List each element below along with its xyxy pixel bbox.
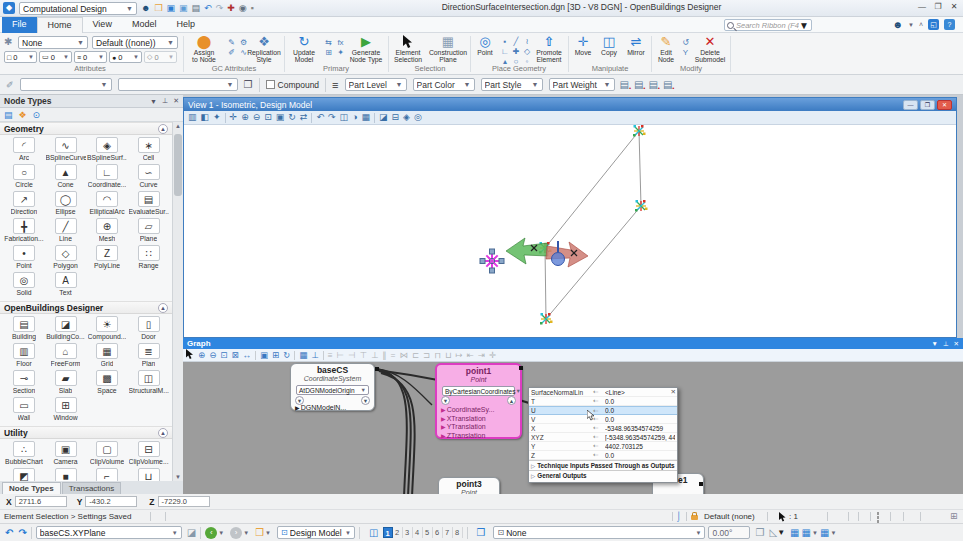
view-toggle-7[interactable]: 7 [443,527,453,538]
node-type-camera[interactable]: ▣Camera [46,441,86,466]
frame-add-icon[interactable]: ⊞ [272,350,279,360]
style-lock-icon[interactable]: ▤• [648,79,657,90]
save-icon[interactable]: ▣ [167,1,176,15]
redo-icon[interactable]: ↷ [18,527,26,538]
section-header-utility[interactable]: Utility▲ [0,426,172,439]
view-toggle-8[interactable]: 8 [453,527,463,538]
node-type-cell[interactable]: ∗Cell [129,137,169,162]
node-input[interactable]: ▶CoordinateSy... [437,406,520,415]
curve-mini-icon[interactable]: ≀ [522,37,532,46]
property-row-surfacenormallin[interactable]: SurfaceNormalLin⇠<Line> [529,388,677,397]
output-port[interactable] [375,367,379,371]
edit-node-button[interactable]: ✎ Edit Node [654,35,678,64]
node-input[interactable]: ▶XTranslation [437,415,520,424]
construction-plane-button[interactable]: ▦ Construction Plane [428,35,468,64]
move-button[interactable]: ✛ Move [571,35,595,64]
grid-icon[interactable]: ⊞ [323,48,334,57]
tab-view[interactable]: View [83,17,122,33]
saved-view-icon[interactable]: ◎ [414,111,422,124]
node-type-building[interactable]: ▤Building [4,316,44,341]
view-toggle-4[interactable]: 4 [413,527,423,538]
clip-volume-icon[interactable]: ◪ [379,111,388,124]
view-next-icon[interactable]: ↷ [328,111,336,124]
lock-icon[interactable]: ◉ [239,1,247,15]
view-maximize-button[interactable]: ❐ [920,100,935,110]
pin-icon[interactable]: ⊥ [162,97,168,105]
node-type-range[interactable]: ∷Range [129,245,169,270]
node-type-polyline[interactable]: ZPolyLine [87,245,127,270]
point-button[interactable]: ◎ Point [472,35,498,64]
generate-node-type-button[interactable]: ▶ Generate Node Type [347,35,385,64]
node-type-unlabeled[interactable]: ⊔ [129,468,169,481]
view-minimize-button[interactable]: — [903,100,918,110]
close-button[interactable]: ✕ [947,1,961,13]
zoom-in-icon[interactable]: ⊕ [198,350,205,360]
node-type-floor[interactable]: ▥Floor [4,343,44,368]
view-title-bar[interactable]: View 1 - Isometric, Design Model — ❐ ✕ [184,98,956,111]
scroll-down-icon[interactable]: ▼ [173,474,183,480]
tab-model[interactable]: Model [122,17,167,33]
forward-button[interactable]: ›▼ [230,527,249,539]
node-properties-popup[interactable]: SurfaceNormalLin⇠<Line>T⇠0.0U⇠0.0V⇠0.0X⇠… [528,387,678,483]
node-type-unlabeled[interactable]: ⌐ [87,468,127,481]
zoom-out-icon[interactable]: ⊖ [253,111,261,124]
node-type-bubblechart[interactable]: ∴BubbleChart [4,441,44,466]
node-basecs[interactable]: baseCS CoordinateSystem AtDGNModelOrigin… [290,363,375,411]
collapse-left-icon[interactable]: ▼ [441,396,450,405]
workspace-dropdown[interactable]: Computational Design▼ [19,2,137,15]
search-nodes-icon[interactable]: ⊙ [33,110,41,120]
undo-icon[interactable]: ↶ [5,527,13,538]
grid-table-icon[interactable]: ▦ [790,527,799,538]
zoom-out-icon[interactable]: ⊖ [209,350,216,360]
property-row-u[interactable]: U⇠0.0 [529,406,677,415]
output-port[interactable] [699,482,703,486]
pan-icon[interactable]: ✛ [230,111,238,124]
tab-help[interactable]: Help [166,17,205,33]
node-point1[interactable]: point1 Point ByCartesianCoordinates▼ ▼ ▲… [435,363,522,439]
node-type-plane[interactable]: ▱Plane [129,218,169,243]
zoom-window-icon[interactable]: ⊡ [220,350,227,360]
part-list-icon[interactable]: ≡ [332,79,338,91]
node-type-mesh[interactable]: ⊕Mesh [87,218,127,243]
measure-icon[interactable]: ◺ [769,527,777,538]
view-grid-icon[interactable]: ▦ [361,111,370,124]
pan-graph-icon[interactable]: ↔ [243,350,252,360]
node-type-bsplinecurve[interactable]: ∿BSplineCurve [46,137,86,162]
backstage-icon[interactable]: ◱ [928,19,939,30]
technique-dropdown[interactable]: AtDGNModelOrigin▼ [296,385,369,395]
part-weight-dropdown[interactable]: Part Weight▼ [549,78,615,91]
layout-icon[interactable]: ▦ [299,350,307,360]
view-previous-icon[interactable]: ↶ [316,111,324,124]
zoom-fit-icon[interactable]: ⊠ [231,350,238,360]
view-toggle-3[interactable]: 3 [403,527,413,538]
accudraw-icon[interactable]: ⌡ [676,511,681,521]
mirror-button[interactable]: ⇌ Mirror [623,35,649,64]
chevron-down-icon[interactable]: ▼ [931,340,937,347]
point-mini-icon[interactable]: ▪ [500,37,510,46]
save-settings-icon[interactable]: ▣ [179,1,188,15]
property-row-z[interactable]: Z⇠0.0 [529,451,677,460]
swap-icon[interactable]: ⇆ [323,38,334,47]
print-icon[interactable]: ▤ [192,1,201,15]
view-toggle-2[interactable]: 2 [393,527,403,538]
property-row-x[interactable]: X⇠-5348.96354574259 [529,424,677,433]
node-type-window[interactable]: ⊞Window [46,397,86,422]
node-type-arc[interactable]: ◜Arc [4,137,44,162]
node-type-space[interactable]: ▩Space [87,370,127,395]
angle-field[interactable]: 0.00° [708,526,750,539]
copy-button[interactable]: ◫ Copy [597,35,621,64]
property-row-y[interactable]: Y⇠4402.703125 [529,442,677,451]
property-row-t[interactable]: T⇠0.0 [529,397,677,406]
branch-mini-icon[interactable]: Y [680,48,691,57]
pin-icon[interactable]: ✚ [227,1,235,15]
node-type-fabrication-[interactable]: ╋Fabrication... [4,218,44,243]
element-template-dropdown[interactable]: Default ((none))▼ [92,36,178,49]
render-icon[interactable]: ◈ [403,111,410,124]
view-brightness-icon[interactable]: ◑ [352,111,357,124]
history-folder-button[interactable]: ❒▼ [255,527,271,538]
view-toggle-5[interactable]: 5 [423,527,433,538]
tab-file[interactable]: File [2,17,37,33]
node-input[interactable]: ▶ZTranslation [437,432,520,441]
collapse-icon[interactable]: ▲ [158,124,168,134]
view-toggle-1[interactable]: 1 [383,527,393,538]
